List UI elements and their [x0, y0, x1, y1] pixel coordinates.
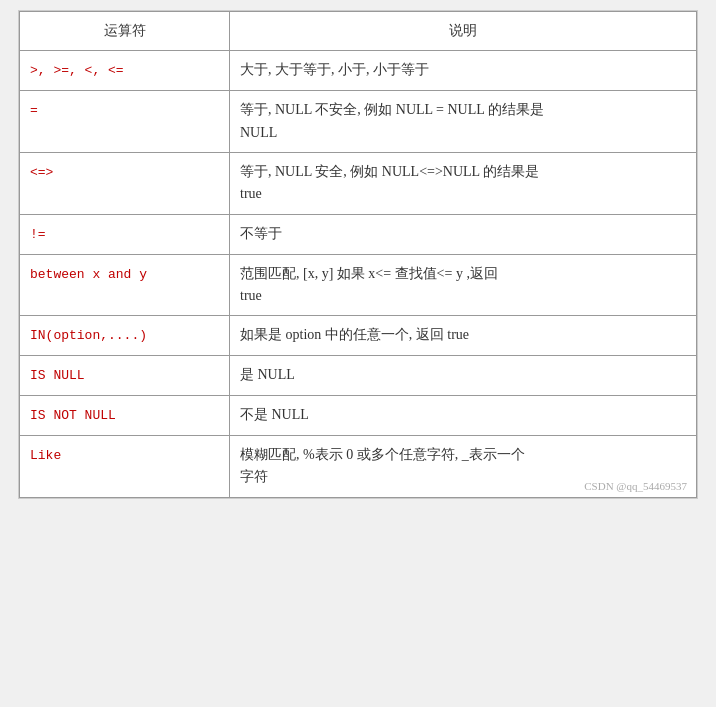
- table-header-row: 运算符 说明: [20, 12, 697, 51]
- description-cell: 范围匹配, [x, y] 如果 x<= 查找值<= y ,返回 true: [230, 254, 697, 316]
- operator-value: IS NULL: [30, 368, 85, 383]
- table-row: IS NULL 是 NULL: [20, 356, 697, 396]
- operators-table: 运算符 说明 >, >=, <, <= 大于, 大于等于, 小于, 小于等于: [19, 11, 697, 498]
- operator-value: IS NOT NULL: [30, 408, 116, 423]
- operator-cell: IS NOT NULL: [20, 395, 230, 435]
- watermark: CSDN @qq_54469537: [584, 480, 687, 492]
- description-cell: 如果是 option 中的任意一个, 返回 true: [230, 316, 697, 356]
- operator-cell: <=>: [20, 152, 230, 214]
- description-value-cont: 字符: [240, 469, 268, 484]
- table-row: IN(option,....) 如果是 option 中的任意一个, 返回 tr…: [20, 316, 697, 356]
- header-operator: 运算符: [20, 12, 230, 51]
- description-cell: 不是 NULL: [230, 395, 697, 435]
- operator-cell: Like: [20, 435, 230, 497]
- description-cell: 大于, 大于等于, 小于, 小于等于: [230, 51, 697, 91]
- description-value-cont: true: [240, 186, 262, 201]
- header-description: 说明: [230, 12, 697, 51]
- operator-value: =: [30, 103, 38, 118]
- operator-value: between x and y: [30, 267, 147, 282]
- description-value: 范围匹配, [x, y] 如果 x<= 查找值<= y ,返回: [240, 266, 498, 281]
- description-value: 大于, 大于等于, 小于, 小于等于: [240, 62, 429, 77]
- description-cell: 是 NULL: [230, 356, 697, 396]
- operator-value: IN(option,....): [30, 328, 147, 343]
- operator-cell: IN(option,....): [20, 316, 230, 356]
- operator-cell: =: [20, 91, 230, 153]
- operator-value: <=>: [30, 165, 53, 180]
- operator-cell: between x and y: [20, 254, 230, 316]
- description-value-cont: NULL: [240, 125, 277, 140]
- description-value: 不等于: [240, 226, 282, 241]
- page-wrapper: 运算符 说明 >, >=, <, <= 大于, 大于等于, 小于, 小于等于: [18, 10, 698, 499]
- table-row: >, >=, <, <= 大于, 大于等于, 小于, 小于等于: [20, 51, 697, 91]
- description-cell: 等于, NULL 不安全, 例如 NULL = NULL 的结果是 NULL: [230, 91, 697, 153]
- operator-cell: IS NULL: [20, 356, 230, 396]
- description-value: 等于, NULL 不安全, 例如 NULL = NULL 的结果是: [240, 102, 544, 117]
- table-row: IS NOT NULL 不是 NULL: [20, 395, 697, 435]
- operator-cell: !=: [20, 214, 230, 254]
- description-value: 模糊匹配, %表示 0 或多个任意字符, _表示一个: [240, 447, 525, 462]
- description-value: 如果是 option 中的任意一个, 返回 true: [240, 327, 469, 342]
- table-row: = 等于, NULL 不安全, 例如 NULL = NULL 的结果是 NULL: [20, 91, 697, 153]
- description-value: 等于, NULL 安全, 例如 NULL<=>NULL 的结果是: [240, 164, 539, 179]
- table-row: <=> 等于, NULL 安全, 例如 NULL<=>NULL 的结果是 tru…: [20, 152, 697, 214]
- table-row: != 不等于: [20, 214, 697, 254]
- description-cell: 等于, NULL 安全, 例如 NULL<=>NULL 的结果是 true: [230, 152, 697, 214]
- description-value-cont: true: [240, 288, 262, 303]
- description-value: 是 NULL: [240, 367, 295, 382]
- operator-value: Like: [30, 448, 61, 463]
- operator-value: !=: [30, 227, 46, 242]
- description-value: 不是 NULL: [240, 407, 309, 422]
- operator-value: >, >=, <, <=: [30, 63, 124, 78]
- table-row: between x and y 范围匹配, [x, y] 如果 x<= 查找值<…: [20, 254, 697, 316]
- operator-cell: >, >=, <, <=: [20, 51, 230, 91]
- description-cell: 不等于: [230, 214, 697, 254]
